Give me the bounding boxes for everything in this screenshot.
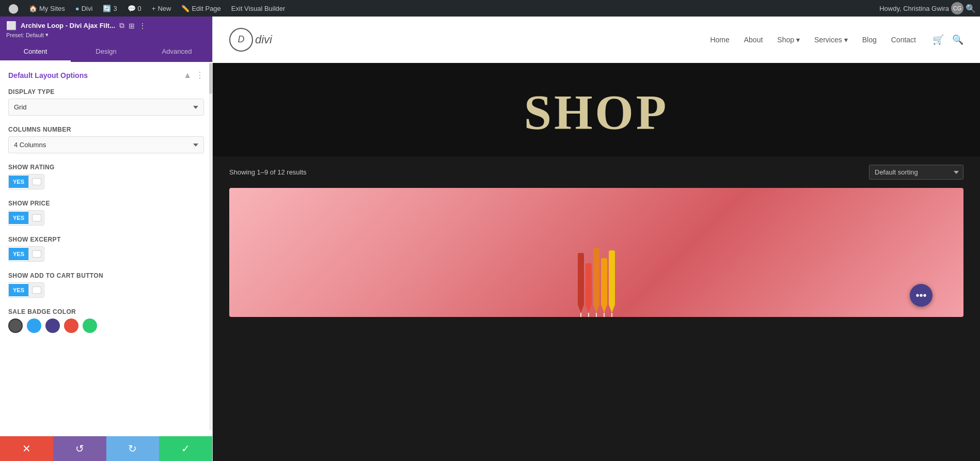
panel-header: ⬜ Archive Loop - Divi Ajax Filt... ⧉ ⊞ ⋮… bbox=[0, 17, 212, 42]
tab-advanced[interactable]: Advanced bbox=[141, 42, 212, 62]
site-logo[interactable]: D divi bbox=[229, 28, 272, 52]
toggle-yes-cart: YES bbox=[9, 284, 28, 296]
show-excerpt-label: Show Excerpt bbox=[8, 236, 204, 243]
cart-icon[interactable]: 🛒 bbox=[932, 34, 944, 45]
nav-contact[interactable]: Contact bbox=[891, 36, 916, 44]
show-excerpt-field: Show Excerpt YES bbox=[8, 236, 204, 262]
display-type-field: Display Type Grid List Masonry bbox=[8, 88, 204, 116]
new-button[interactable]: + New bbox=[148, 0, 176, 17]
toggle-knob-excerpt bbox=[28, 247, 44, 261]
home-icon: 🏠 bbox=[29, 5, 37, 12]
scroll-thumb bbox=[209, 63, 212, 94]
toggle-knob-cart bbox=[28, 283, 44, 297]
my-sites-button[interactable]: 🏠 My Sites bbox=[25, 0, 69, 17]
product-image: ••• bbox=[229, 188, 963, 317]
toggle-knob-price bbox=[28, 211, 44, 225]
tab-design[interactable]: Design bbox=[71, 42, 141, 62]
nav-blog[interactable]: Blog bbox=[862, 36, 877, 44]
divi-button[interactable]: ● Divi bbox=[71, 0, 97, 17]
color-swatch-green[interactable] bbox=[83, 319, 97, 333]
show-add-to-cart-field: Show Add To Cart Button YES bbox=[8, 272, 204, 298]
color-swatch-purple[interactable] bbox=[45, 319, 60, 333]
panel-icon: ⬜ bbox=[6, 21, 17, 30]
show-price-label: Show Price bbox=[8, 200, 204, 207]
display-type-select[interactable]: Grid List Masonry bbox=[8, 99, 204, 116]
show-price-field: Show Price YES bbox=[8, 200, 204, 226]
preset-selector[interactable]: Preset: Default ▾ bbox=[6, 31, 146, 38]
plus-icon: + bbox=[152, 5, 156, 12]
panel-tabs: Content Design Advanced bbox=[0, 42, 212, 62]
shop-hero: SHOP bbox=[213, 63, 980, 156]
undo-button[interactable]: ↺ bbox=[53, 436, 106, 461]
nav-items: Home About Shop ▾ Services ▾ Blog Contac bbox=[710, 36, 916, 44]
nav-home[interactable]: Home bbox=[710, 36, 729, 44]
pencils bbox=[578, 248, 615, 317]
comments-button[interactable]: 💬 0 bbox=[123, 0, 146, 17]
window-icon[interactable]: ⧉ bbox=[119, 21, 124, 30]
sale-badge-color-label: Sale Badge Color bbox=[8, 308, 204, 315]
edit-page-button[interactable]: ✏️ Edit Page bbox=[177, 0, 225, 17]
nav-shop[interactable]: Shop ▾ bbox=[777, 36, 800, 44]
site-nav: D divi Home About Shop ▾ Services ▾ bbox=[213, 17, 980, 63]
fab-button[interactable]: ••• bbox=[910, 284, 932, 307]
show-rating-toggle[interactable]: YES bbox=[8, 174, 44, 189]
shop-list-area: Showing 1–9 of 12 results Default sortin… bbox=[213, 156, 980, 461]
show-add-to-cart-toggle[interactable]: YES bbox=[8, 282, 44, 298]
exit-visual-builder-button[interactable]: Exit Visual Builder bbox=[227, 0, 290, 17]
divi-icon: ● bbox=[75, 5, 80, 12]
color-swatch-blue[interactable] bbox=[27, 319, 41, 333]
toggle-yes-price: YES bbox=[9, 212, 28, 224]
services-dropdown-icon: ▾ bbox=[844, 36, 848, 44]
save-button[interactable]: ✓ bbox=[159, 436, 212, 461]
tab-content[interactable]: Content bbox=[0, 42, 71, 62]
updates-button[interactable]: 🔄 3 bbox=[99, 0, 121, 17]
edit-icon: ✏️ bbox=[181, 5, 189, 12]
sorting-select[interactable]: Default sorting Sort by popularity Sort … bbox=[869, 165, 963, 180]
toggle-yes-excerpt: YES bbox=[9, 248, 28, 260]
columns-number-label: Columns Number bbox=[8, 126, 204, 133]
logo-circle: D bbox=[229, 28, 253, 52]
showing-text: Showing 1–9 of 12 results bbox=[229, 168, 307, 176]
cancel-button[interactable]: ✕ bbox=[0, 436, 53, 461]
grid-icon[interactable]: ⊞ bbox=[129, 22, 135, 30]
nav-about[interactable]: About bbox=[744, 36, 763, 44]
logo-text: divi bbox=[255, 33, 272, 46]
settings-icon[interactable]: ⋮ bbox=[196, 70, 204, 80]
nav-services[interactable]: Services ▾ bbox=[814, 36, 848, 44]
color-row bbox=[8, 319, 204, 333]
color-swatch-dark[interactable] bbox=[8, 319, 23, 333]
show-rating-field: Show Rating YES bbox=[8, 164, 204, 189]
section-controls[interactable]: ▲ ⋮ bbox=[183, 70, 204, 80]
user-info: Howdy, Christina Gwira CG 🔍 bbox=[879, 2, 976, 14]
nav-icons: 🛒 🔍 bbox=[932, 34, 963, 45]
scroll-track[interactable] bbox=[209, 63, 212, 430]
show-excerpt-toggle[interactable]: YES bbox=[8, 246, 44, 262]
collapse-icon[interactable]: ▲ bbox=[183, 71, 192, 80]
shop-dropdown-icon: ▾ bbox=[796, 36, 800, 44]
color-swatch-red[interactable] bbox=[64, 319, 78, 333]
show-add-to-cart-label: Show Add To Cart Button bbox=[8, 272, 204, 279]
search-icon[interactable]: 🔍 bbox=[966, 4, 976, 13]
toggle-knob bbox=[28, 174, 44, 189]
search-nav-icon[interactable]: 🔍 bbox=[952, 34, 963, 45]
panel-content: Default Layout Options ▲ ⋮ Display Type … bbox=[0, 62, 212, 436]
show-rating-label: Show Rating bbox=[8, 164, 204, 171]
columns-number-select[interactable]: 1 Column 2 Columns 3 Columns 4 Columns 5… bbox=[8, 136, 204, 153]
sale-badge-color-field: Sale Badge Color bbox=[8, 308, 204, 333]
wp-logo-button[interactable]: ⬤ bbox=[4, 0, 23, 17]
comment-icon: 💬 bbox=[128, 5, 136, 12]
wp-icon: ⬤ bbox=[8, 3, 19, 14]
right-panel: D divi Home About Shop ▾ Services ▾ bbox=[213, 17, 980, 461]
avatar[interactable]: CG bbox=[951, 2, 963, 14]
show-price-toggle[interactable]: YES bbox=[8, 210, 44, 226]
update-icon: 🔄 bbox=[103, 5, 111, 12]
section-title: Default Layout Options bbox=[8, 71, 88, 80]
section-title-row: Default Layout Options ▲ ⋮ bbox=[8, 70, 204, 80]
panel-title: Archive Loop - Divi Ajax Filt... bbox=[21, 22, 115, 29]
more-icon[interactable]: ⋮ bbox=[139, 22, 146, 30]
redo-button[interactable]: ↻ bbox=[106, 436, 160, 461]
site-content: SHOP Showing 1–9 of 12 results Default s… bbox=[213, 63, 980, 461]
wp-admin-bar: ⬤ 🏠 My Sites ● Divi 🔄 3 💬 0 + New ✏️ Edi… bbox=[0, 0, 980, 17]
display-type-label: Display Type bbox=[8, 88, 204, 96]
toggle-yes-label: YES bbox=[9, 176, 28, 188]
